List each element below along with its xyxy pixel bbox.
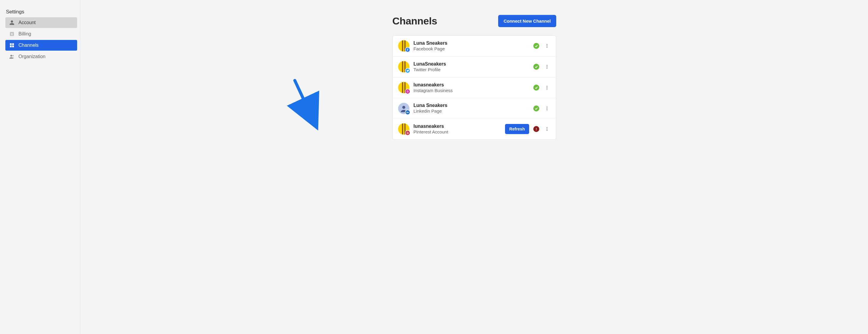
dollar-icon: $ [9,31,15,37]
channel-avatar [398,123,409,135]
channel-row: LunaSneakers Twitter Profile [393,57,556,78]
row-menu-button[interactable] [544,84,551,91]
svg-point-24 [547,108,547,109]
connect-new-channel-button[interactable]: Connect New Channel [498,15,556,27]
status-error-icon [533,126,539,132]
channel-row: Luna Sneakers Facebook Page [393,36,556,57]
row-menu-button[interactable] [544,105,551,112]
svg-point-25 [547,109,547,110]
svg-point-19 [547,89,547,89]
svg-point-6 [10,55,12,57]
svg-rect-21 [406,112,407,114]
channel-type: Twitter Profile [413,67,529,73]
pinterest-icon [405,130,410,135]
refresh-button[interactable]: Refresh [505,124,529,134]
sidebar-nav: Account $ Billing Channels Organization [5,17,77,62]
sidebar-title: Settings [6,9,77,15]
svg-rect-5 [12,45,14,48]
channels-list: Luna Sneakers Facebook Page [393,35,556,140]
channel-type: Facebook Page [413,46,529,52]
svg-rect-3 [12,43,14,45]
channel-type: Linkedin Page [413,109,529,114]
sidebar-item-account[interactable]: Account [5,17,77,28]
row-menu-button[interactable] [544,42,551,50]
channel-type: Instagram Business [413,88,529,94]
channel-row: lunasneakers Pinterest Account Refresh [393,119,556,140]
svg-point-17 [547,86,547,87]
svg-point-28 [547,127,547,128]
svg-point-30 [547,130,547,131]
svg-point-12 [547,66,547,67]
svg-point-10 [547,47,547,48]
channel-name: lunasneakers [413,82,529,88]
svg-point-29 [547,129,547,130]
linkedin-icon [405,110,410,115]
channel-avatar [398,82,409,93]
sidebar-item-label: Account [19,20,36,25]
channel-type: Pinterest Account [413,129,501,135]
people-icon [9,54,15,60]
channel-name: Luna Sneakers [413,102,529,109]
grid-icon [9,42,15,48]
status-ok-icon [533,64,539,70]
main-content: Channels Connect New Channel Luna Sneake… [81,0,868,334]
channel-avatar [398,40,409,52]
channel-row: lunasneakers Instagram Business [393,78,556,98]
svg-point-18 [547,87,547,88]
svg-point-22 [406,111,407,112]
svg-rect-4 [10,45,11,48]
svg-point-23 [547,107,547,108]
svg-point-13 [547,68,547,68]
sidebar-item-billing[interactable]: $ Billing [5,29,77,39]
sidebar-item-channels[interactable]: Channels [5,40,77,51]
channel-avatar [398,103,409,114]
row-menu-button[interactable] [544,63,551,70]
svg-point-27 [536,130,536,130]
status-ok-icon [533,85,539,91]
svg-text:$: $ [11,32,13,36]
svg-point-9 [547,45,547,47]
channel-avatar [398,61,409,72]
svg-point-16 [408,91,408,91]
facebook-icon [405,47,410,53]
channel-row: Luna Sneakers Linkedin Page [393,98,556,119]
svg-rect-2 [10,43,11,45]
svg-point-20 [402,106,405,109]
channel-name: Luna Sneakers [413,40,529,46]
sidebar-item-label: Organization [19,54,45,59]
channel-name: LunaSneakers [413,61,529,67]
svg-rect-26 [536,128,536,130]
sidebar-item-label: Channels [19,42,39,48]
svg-point-7 [12,55,14,57]
settings-sidebar: Settings Account $ Billing Channels [0,0,81,334]
person-icon [9,20,15,26]
svg-point-8 [547,44,547,45]
status-ok-icon [533,105,539,112]
instagram-icon [405,89,410,94]
sidebar-item-organization[interactable]: Organization [5,51,77,62]
row-menu-button[interactable] [544,125,551,132]
channel-name: lunasneakers [413,123,501,129]
svg-point-11 [547,65,547,66]
svg-point-15 [407,91,408,92]
page-title: Channels [393,15,437,27]
sidebar-item-label: Billing [19,31,31,37]
svg-line-31 [295,81,316,125]
status-ok-icon [533,43,539,49]
twitter-icon [405,68,410,73]
